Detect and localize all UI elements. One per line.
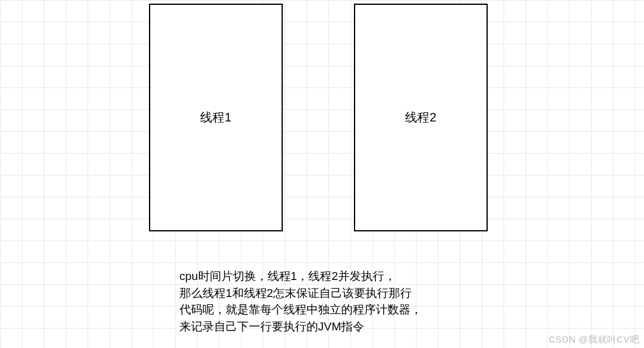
caption-line-3: 代码呢，就是靠每个线程中独立的程序计数器， bbox=[179, 301, 465, 318]
thread1-label: 线程1 bbox=[200, 109, 231, 126]
caption-line-1: cpu时间片切换，线程1，线程2并发执行， bbox=[179, 268, 465, 285]
thread1-box: 线程1 bbox=[149, 4, 283, 231]
thread2-box: 线程2 bbox=[354, 4, 488, 231]
thread2-label: 线程2 bbox=[405, 109, 436, 126]
caption-line-2: 那么线程1和线程2怎末保证自己该要执行那行 bbox=[179, 285, 465, 302]
caption-text: cpu时间片切换，线程1，线程2并发执行， 那么线程1和线程2怎末保证自己该要执… bbox=[179, 268, 465, 335]
caption-line-4: 来记录自己下一行要执行的JVM指令 bbox=[179, 318, 465, 335]
watermark: CSDN @我就叫CV吧 bbox=[549, 334, 639, 346]
